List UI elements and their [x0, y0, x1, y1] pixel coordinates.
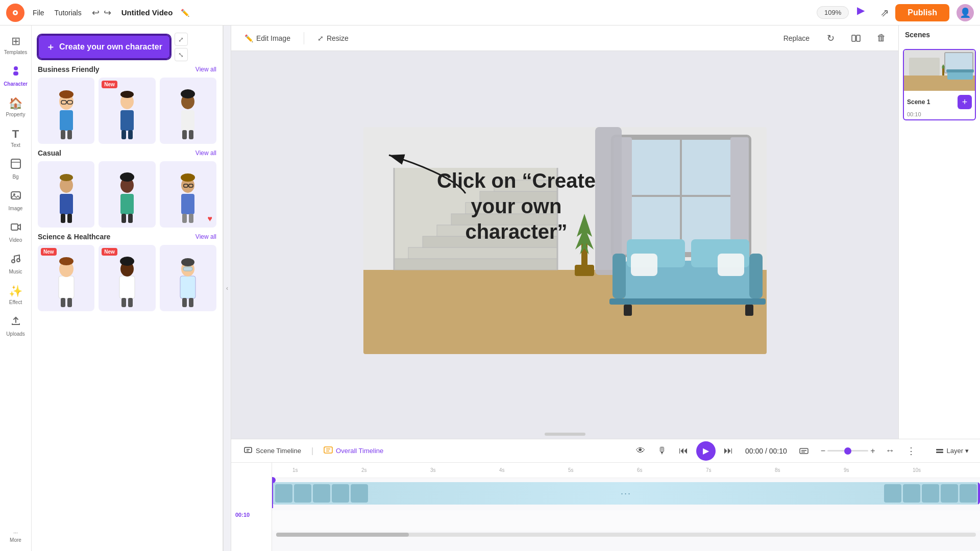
timeline-zoom-control[interactable]: − +	[821, 446, 875, 456]
replace-button[interactable]: Replace	[783, 34, 810, 42]
character-scroll-area[interactable]: Business Friendly View all	[32, 65, 223, 551]
business-view-all[interactable]: View all	[195, 66, 216, 73]
user-avatar[interactable]: 👤	[957, 4, 974, 21]
tick-7s: 7s	[706, 467, 712, 473]
refresh-icon-btn[interactable]: ↻	[822, 30, 839, 47]
resize-icon: ⤢	[317, 34, 324, 42]
layer-selector[interactable]: Layer ▾	[930, 443, 974, 459]
char-card-c2[interactable]	[99, 161, 155, 228]
current-time-display: 00:00 / 00:10	[745, 447, 787, 455]
char-card-sh2[interactable]: New	[99, 245, 155, 311]
sidebar-item-character[interactable]: Character	[2, 61, 30, 91]
timeline-track-row: ···	[272, 480, 980, 508]
sidebar-item-effect[interactable]: ✨ Effect	[2, 281, 30, 309]
overall-timeline-icon	[324, 445, 333, 457]
tick-5s: 5s	[568, 467, 574, 473]
timeline-scrollbar[interactable]	[276, 533, 976, 537]
rename-icon[interactable]: ✏️	[181, 9, 189, 17]
resize-button[interactable]: ⤢ Resize	[312, 31, 354, 45]
sidebar-item-bg[interactable]: Bg	[2, 154, 30, 184]
track-thumb	[960, 484, 977, 503]
skip-forward-btn[interactable]: ⏭	[720, 442, 737, 460]
undo-button[interactable]: ↩	[92, 7, 100, 18]
char-card-sh1[interactable]: New	[38, 245, 94, 311]
video-icon	[10, 221, 21, 236]
zoom-minus-icon[interactable]: −	[821, 446, 825, 456]
track-thumb	[332, 484, 349, 503]
svg-rect-39	[181, 194, 194, 214]
publish-button[interactable]: Publish	[895, 4, 949, 21]
timeline-track[interactable]: ···	[272, 482, 980, 505]
sidebar-item-property[interactable]: 🏠 Property	[2, 93, 30, 121]
canvas-viewport: Click on “Create your own character”	[231, 51, 898, 430]
expand-up-button[interactable]: ⤢	[175, 33, 188, 46]
sidebar-item-label-character: Character	[4, 81, 28, 87]
icon-sidebar: ⊞ Templates Character 🏠 Property T Text …	[0, 26, 32, 551]
sidebar-item-uploads[interactable]: Uploads	[2, 311, 30, 341]
sidebar-item-templates[interactable]: ⊞ Templates	[2, 31, 30, 59]
science-view-all[interactable]: View all	[195, 233, 216, 240]
svg-rect-108	[324, 447, 332, 453]
microphone-btn[interactable]: 🎙	[653, 442, 671, 460]
track-thumb	[903, 484, 920, 503]
collapse-handle[interactable]: ‹	[223, 26, 231, 551]
share-button[interactable]: ⇗	[880, 7, 889, 19]
tutorials-menu[interactable]: Tutorials	[55, 9, 82, 17]
subtitle-btn[interactable]	[795, 442, 813, 460]
timeline-tracks-area[interactable]: 1s 2s 3s 4s 5s 6s 7s 8s 9s 10s	[272, 463, 980, 551]
svg-rect-32	[61, 214, 65, 223]
more-options[interactable]: ··· More	[2, 526, 30, 547]
timeline-play-button[interactable]: ▶	[696, 441, 716, 461]
scene-1-thumbnail[interactable]: Scene 1 + 00:10	[903, 49, 976, 120]
create-own-character-button[interactable]: ＋ Create your own character	[38, 35, 170, 59]
sidebar-item-music[interactable]: Music	[2, 249, 30, 279]
sidebar-item-text[interactable]: T Text	[2, 123, 30, 152]
more-options-btn[interactable]: ⋮	[902, 442, 920, 460]
svg-rect-60	[182, 298, 187, 307]
char-card-bf3[interactable]	[160, 78, 216, 144]
svg-rect-94	[624, 305, 632, 316]
svg-rect-33	[67, 214, 72, 223]
timeline-scrollbar-thumb[interactable]	[276, 533, 409, 537]
char-card-c1[interactable]	[38, 161, 94, 228]
sidebar-item-video[interactable]: Video	[2, 217, 30, 247]
zoom-control[interactable]: 109%	[817, 6, 849, 19]
svg-rect-91	[631, 254, 657, 276]
char-card-c3[interactable]: ♥	[160, 161, 216, 228]
casual-view-all[interactable]: View all	[195, 149, 216, 157]
preview-play-button[interactable]: ▶	[857, 4, 874, 21]
svg-rect-22	[121, 130, 126, 139]
char-card-bf1[interactable]	[38, 78, 94, 144]
scene-timeline-tab[interactable]: Scene Timeline	[237, 442, 307, 460]
uploads-icon	[10, 315, 21, 330]
redo-button[interactable]: ↪	[104, 7, 111, 18]
svg-rect-93	[609, 298, 766, 305]
split-icon-btn[interactable]	[847, 30, 865, 47]
svg-rect-62	[852, 35, 855, 41]
char-card-bf2[interactable]: New	[99, 78, 155, 144]
overall-timeline-tab[interactable]: Overall Timeline	[317, 442, 389, 460]
char-card-sh3[interactable]	[160, 245, 216, 311]
svg-rect-19	[120, 110, 134, 131]
scenes-panel-title: Scenes	[903, 31, 930, 39]
canvas-scrollbar[interactable]	[231, 430, 898, 439]
edit-image-button[interactable]: ✏️ Edit Image	[239, 31, 296, 45]
file-menu[interactable]: File	[33, 9, 44, 17]
skip-back-btn[interactable]: ⏮	[675, 442, 692, 460]
sidebar-item-label-property: Property	[6, 112, 26, 117]
visibility-toggle-btn[interactable]: 👁	[632, 442, 649, 460]
delete-icon-btn[interactable]: 🗑	[873, 30, 890, 47]
svg-rect-54	[121, 298, 126, 307]
zoom-plus-icon[interactable]: +	[870, 446, 875, 456]
business-char-grid: New	[38, 78, 216, 144]
svg-rect-50	[67, 298, 72, 307]
sidebar-item-image[interactable]: Image	[2, 186, 30, 215]
add-scene-button[interactable]: +	[958, 95, 972, 109]
expand-down-button[interactable]: ⤡	[175, 48, 188, 61]
svg-rect-105	[244, 447, 252, 453]
scene-timeline-icon	[243, 445, 253, 457]
section-business-title: Business Friendly	[38, 65, 100, 73]
playhead[interactable]	[272, 480, 273, 508]
svg-rect-51	[119, 276, 135, 298]
fit-width-btn[interactable]: ↔	[881, 442, 898, 460]
